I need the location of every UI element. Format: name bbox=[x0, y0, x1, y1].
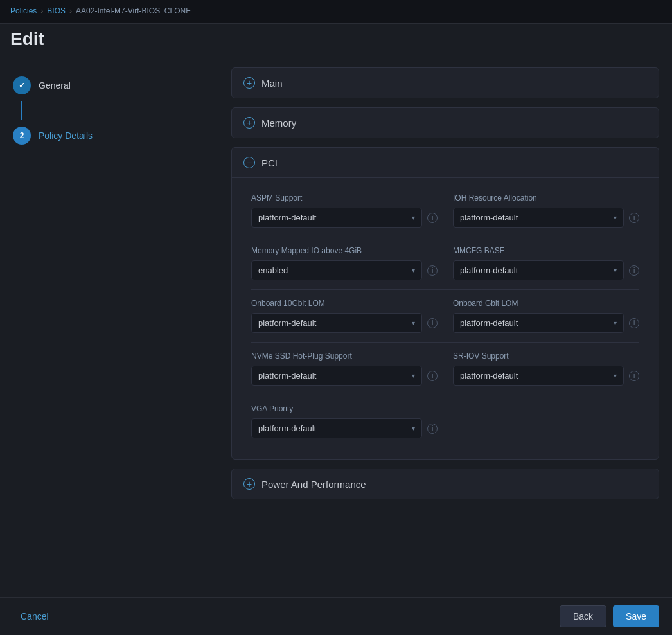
ioh-resource-select[interactable]: platform-default ▾ bbox=[453, 208, 624, 228]
field-onboard-gbit: Onboard Gbit LOM platform-default ▾ i bbox=[445, 290, 647, 342]
back-button[interactable]: Back bbox=[560, 605, 606, 627]
pci-row-2: Memory Mapped IO above 4GiB enabled ▾ i … bbox=[243, 237, 647, 289]
sidebar-item-policy-details[interactable]: 2 Policy Details bbox=[0, 120, 218, 151]
nvme-hotplug-select[interactable]: platform-default ▾ bbox=[251, 366, 422, 386]
pci-row-4: NVMe SSD Hot-Plug Support platform-defau… bbox=[243, 343, 647, 395]
mmio-info-icon[interactable]: i bbox=[427, 265, 438, 276]
aspm-support-select[interactable]: platform-default ▾ bbox=[251, 208, 422, 228]
toggle-pci-icon: − bbox=[243, 157, 255, 168]
mmcfg-base-label: MMCFG BASE bbox=[453, 246, 639, 255]
sidebar-divider bbox=[21, 101, 22, 120]
onboard-gbit-info-icon[interactable]: i bbox=[629, 318, 639, 328]
mmio-chevron: ▾ bbox=[412, 267, 415, 274]
ioh-info-icon[interactable]: i bbox=[629, 213, 639, 223]
mmcfg-base-select[interactable]: platform-default ▾ bbox=[453, 260, 624, 280]
pci-row-1: ASPM Support platform-default ▾ i IOH Re… bbox=[243, 184, 647, 237]
nvme-hotplug-label: NVMe SSD Hot-Plug Support bbox=[251, 352, 438, 361]
sep1: › bbox=[40, 6, 43, 15]
main-layout: ✓ General 2 Policy Details + Main + Memo… bbox=[0, 57, 672, 634]
field-vga-empty bbox=[445, 395, 647, 447]
section-power-performance: + Power And Performance bbox=[231, 469, 659, 499]
section-power-header[interactable]: + Power And Performance bbox=[232, 469, 659, 499]
section-main: + Main bbox=[231, 67, 659, 98]
section-pci-header[interactable]: − PCI bbox=[232, 148, 659, 177]
top-bar: Policies › BIOS › AA02-Intel-M7-Virt-BIO… bbox=[0, 0, 672, 24]
aspm-chevron: ▾ bbox=[412, 214, 415, 221]
page-title: Edit bbox=[0, 24, 672, 57]
nvme-chevron: ▾ bbox=[412, 372, 415, 379]
section-main-header[interactable]: + Main bbox=[232, 68, 659, 98]
step-circle-general: ✓ bbox=[13, 76, 31, 94]
section-pci: − PCI ASPM Support platform-default ▾ i bbox=[231, 147, 659, 460]
mmcfg-base-select-wrapper: platform-default ▾ i bbox=[453, 260, 639, 280]
save-button[interactable]: Save bbox=[613, 605, 659, 627]
section-pci-title: PCI bbox=[261, 157, 278, 168]
onboard-gbit-select[interactable]: platform-default ▾ bbox=[453, 313, 624, 333]
sr-iov-info-icon[interactable]: i bbox=[629, 371, 639, 381]
onboard-gbit-select-wrapper: platform-default ▾ i bbox=[453, 313, 639, 333]
onboard-gbit-label: Onboard Gbit LOM bbox=[453, 299, 639, 308]
mmcfg-base-value: platform-default bbox=[460, 265, 614, 275]
sidebar: ✓ General 2 Policy Details bbox=[0, 57, 218, 634]
aspm-support-value: platform-default bbox=[258, 213, 412, 222]
vga-priority-select[interactable]: platform-default ▾ bbox=[251, 418, 422, 438]
field-onboard-10gbit: Onboard 10Gbit LOM platform-default ▾ i bbox=[243, 290, 445, 342]
breadcrumb: Policies › BIOS › AA02-Intel-M7-Virt-BIO… bbox=[10, 6, 662, 15]
toggle-power-icon: + bbox=[243, 478, 255, 490]
field-ioh-resource: IOH Resource Allocation platform-default… bbox=[445, 184, 647, 237]
pci-row-5: VGA Priority platform-default ▾ i bbox=[243, 395, 647, 447]
vga-info-icon[interactable]: i bbox=[427, 424, 438, 434]
cancel-button[interactable]: Cancel bbox=[13, 606, 57, 627]
field-mmcfg-base: MMCFG BASE platform-default ▾ i bbox=[445, 237, 647, 289]
breadcrumb-bios[interactable]: BIOS bbox=[47, 6, 66, 15]
aspm-support-label: ASPM Support bbox=[251, 193, 438, 202]
onboard-10gbit-select[interactable]: platform-default ▾ bbox=[251, 313, 422, 333]
nvme-hotplug-value: platform-default bbox=[258, 371, 412, 380]
section-memory: + Memory bbox=[231, 107, 659, 138]
onboard-gbit-value: platform-default bbox=[460, 318, 614, 328]
aspm-support-select-wrapper: platform-default ▾ i bbox=[251, 208, 438, 228]
sidebar-item-general[interactable]: ✓ General bbox=[0, 70, 218, 101]
sr-iov-select-wrapper: platform-default ▾ i bbox=[453, 366, 639, 386]
field-nvme-hotplug: NVMe SSD Hot-Plug Support platform-defau… bbox=[243, 343, 445, 395]
vga-priority-value: platform-default bbox=[258, 424, 412, 433]
sr-iov-label: SR-IOV Support bbox=[453, 352, 639, 361]
onboard-10g-info-icon[interactable]: i bbox=[427, 318, 438, 328]
ioh-chevron: ▾ bbox=[614, 214, 617, 221]
onboard-10gbit-value: platform-default bbox=[258, 318, 412, 328]
section-memory-header[interactable]: + Memory bbox=[232, 108, 659, 138]
field-aspm-support: ASPM Support platform-default ▾ i bbox=[243, 184, 445, 237]
toggle-main-icon: + bbox=[243, 77, 255, 89]
toggle-memory-icon: + bbox=[243, 117, 255, 129]
sidebar-label-policy: Policy Details bbox=[39, 130, 93, 141]
ioh-resource-label: IOH Resource Allocation bbox=[453, 193, 639, 202]
step-circle-policy: 2 bbox=[13, 127, 31, 145]
nvme-hotplug-select-wrapper: platform-default ▾ i bbox=[251, 366, 438, 386]
onboard-gbit-chevron: ▾ bbox=[614, 319, 617, 326]
section-pci-body: ASPM Support platform-default ▾ i IOH Re… bbox=[232, 177, 659, 459]
sr-iov-select[interactable]: platform-default ▾ bbox=[453, 366, 624, 386]
ioh-resource-select-wrapper: platform-default ▾ i bbox=[453, 208, 639, 228]
vga-priority-select-wrapper: platform-default ▾ i bbox=[251, 418, 438, 438]
sr-iov-value: platform-default bbox=[460, 371, 614, 380]
aspm-info-icon[interactable]: i bbox=[427, 213, 438, 223]
section-power-title: Power And Performance bbox=[261, 479, 366, 490]
onboard-10g-chevron: ▾ bbox=[412, 319, 415, 326]
breadcrumb-policies[interactable]: Policies bbox=[10, 6, 37, 15]
sep2: › bbox=[69, 6, 72, 15]
breadcrumb-current: AA02-Intel-M7-Virt-BIOS_CLONE bbox=[76, 6, 191, 15]
mmcfg-info-icon[interactable]: i bbox=[629, 265, 639, 276]
content-area[interactable]: + Main + Memory − PCI ASPM Support bbox=[218, 57, 672, 634]
field-vga-priority: VGA Priority platform-default ▾ i bbox=[243, 395, 445, 447]
onboard-10gbit-label: Onboard 10Gbit LOM bbox=[251, 299, 438, 308]
sr-iov-chevron: ▾ bbox=[614, 372, 617, 379]
footer-right: Back Save bbox=[560, 605, 659, 627]
vga-priority-label: VGA Priority bbox=[251, 404, 438, 413]
ioh-resource-value: platform-default bbox=[460, 213, 614, 222]
nvme-info-icon[interactable]: i bbox=[427, 371, 438, 381]
mmio-4gib-select[interactable]: enabled ▾ bbox=[251, 260, 422, 280]
footer-bar: Cancel Back Save bbox=[0, 597, 672, 635]
mmcfg-chevron: ▾ bbox=[614, 267, 617, 274]
field-mmio-4gib: Memory Mapped IO above 4GiB enabled ▾ i bbox=[243, 237, 445, 289]
pci-row-3: Onboard 10Gbit LOM platform-default ▾ i … bbox=[243, 290, 647, 342]
